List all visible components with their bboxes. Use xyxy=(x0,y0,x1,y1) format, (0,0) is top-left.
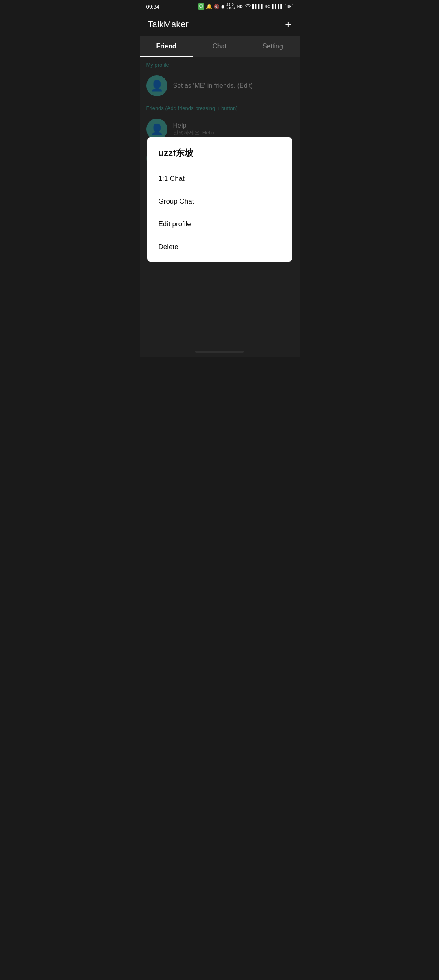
status-bar: 09:34 🔔 🔇 ⬢ 21.0KB/S HD ▌▌▌▌ 5G ▌▌▌▌ 98 xyxy=(140,0,300,13)
chat-app-icon xyxy=(198,3,204,10)
popup-username: uzzf东坡 xyxy=(147,147,292,167)
menu-item-edit-profile[interactable]: Edit profile xyxy=(147,213,292,236)
hd-badge: HD xyxy=(237,4,243,9)
app-title: TalkMaker xyxy=(148,19,189,30)
mute-icon: 🔇 xyxy=(214,4,220,9)
popup-menu: uzzf东坡 1:1 Chat Group Chat Edit profile … xyxy=(147,137,292,262)
signal1-icon: ▌▌▌▌ xyxy=(252,4,264,9)
menu-item-delete[interactable]: Delete xyxy=(147,236,292,258)
signal2-icon: ▌▌▌▌ xyxy=(272,4,283,9)
status-time: 09:34 xyxy=(146,4,160,10)
wifi-icon xyxy=(245,4,251,9)
tab-chat[interactable]: Chat xyxy=(193,36,246,57)
main-content: My profile 👤 Set as 'ME' in friends. (Ed… xyxy=(140,57,300,357)
alarm-icon: 🔔 xyxy=(206,4,212,9)
status-icons: 🔔 🔇 ⬢ 21.0KB/S HD ▌▌▌▌ 5G ▌▌▌▌ 98 xyxy=(198,3,293,10)
5g-label: 5G xyxy=(265,4,270,9)
menu-item-1-1-chat[interactable]: 1:1 Chat xyxy=(147,167,292,190)
tab-bar: Friend Chat Setting xyxy=(140,36,300,57)
tab-setting[interactable]: Setting xyxy=(246,36,300,57)
speed-label: 21.0KB/S xyxy=(226,3,235,10)
battery-icon: 98 xyxy=(285,4,293,9)
bluetooth-icon: ⬢ xyxy=(221,4,225,9)
svg-rect-0 xyxy=(200,5,203,7)
add-button[interactable]: + xyxy=(285,19,291,30)
menu-item-group-chat[interactable]: Group Chat xyxy=(147,190,292,213)
tab-friend[interactable]: Friend xyxy=(140,36,193,57)
app-header: TalkMaker + xyxy=(140,13,300,36)
